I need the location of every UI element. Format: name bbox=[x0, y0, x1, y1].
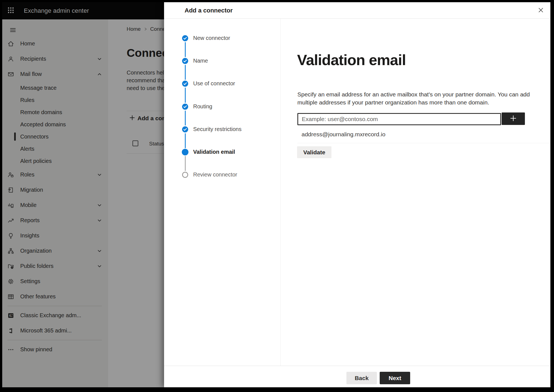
wizard-step-label: New connector bbox=[193, 35, 230, 41]
step-connector-line bbox=[185, 156, 186, 171]
step-connector-line bbox=[185, 65, 186, 80]
step-description: Specify an email address for an active m… bbox=[297, 90, 530, 106]
panel-footer: Back Next bbox=[164, 366, 550, 387]
wizard-step-label: Review connector bbox=[193, 171, 237, 178]
email-address: address@journaling.mxrecord.io bbox=[302, 131, 385, 138]
email-row-divider bbox=[297, 143, 550, 143]
step-completed-check-icon bbox=[182, 35, 188, 41]
step-completed-check-icon bbox=[182, 58, 188, 64]
add-email-button[interactable] bbox=[502, 112, 525, 125]
panel-header: Add a connector bbox=[164, 2, 550, 18]
step-upcoming-circle-icon bbox=[182, 172, 188, 178]
step-heading: Validation email bbox=[297, 51, 406, 68]
app-window: Exchange admin center HomeRecipientsMail… bbox=[2, 2, 550, 387]
validation-email-input[interactable] bbox=[297, 113, 501, 125]
wizard-step-label: Name bbox=[193, 58, 208, 64]
step-connector-line bbox=[185, 88, 186, 103]
wizard-step-label: Security restrictions bbox=[193, 126, 242, 132]
next-button[interactable]: Next bbox=[380, 372, 410, 384]
email-list-item: address@journaling.mxrecord.io bbox=[297, 128, 550, 140]
step-completed-check-icon bbox=[182, 126, 188, 132]
step-completed-check-icon bbox=[182, 104, 188, 110]
close-icon bbox=[538, 7, 544, 14]
wizard-step-label: Use of connector bbox=[193, 80, 235, 87]
wizard-content: Validation email Specify an email addres… bbox=[280, 19, 550, 366]
back-button[interactable]: Back bbox=[346, 372, 377, 384]
validate-button[interactable]: Validate bbox=[297, 146, 331, 158]
wizard-stepper: New connectorNameUse of connectorRouting… bbox=[164, 19, 280, 351]
step-connector-line bbox=[185, 111, 186, 125]
step-current-dot-icon bbox=[182, 149, 188, 155]
add-connector-panel: Add a connector New connectorNameUse of … bbox=[164, 2, 550, 387]
close-button[interactable] bbox=[537, 6, 545, 15]
step-connector-line bbox=[185, 133, 186, 148]
plus-icon bbox=[509, 114, 517, 123]
wizard-step-label: Routing bbox=[193, 103, 212, 110]
wizard-step-label: Validation email bbox=[193, 149, 235, 155]
step-connector-line bbox=[185, 42, 186, 57]
step-completed-check-icon bbox=[182, 81, 188, 87]
panel-title: Add a connector bbox=[185, 7, 233, 14]
